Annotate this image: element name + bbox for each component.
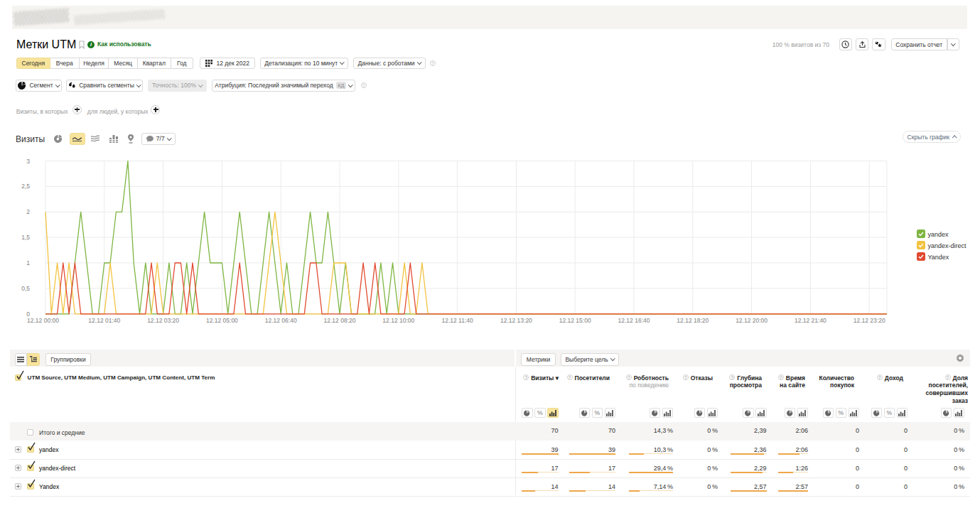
svg-text:12.12 13:20: 12.12 13:20 — [500, 317, 532, 324]
svg-text:0,5: 0,5 — [21, 285, 30, 292]
svg-text:12.12 00:00: 12.12 00:00 — [27, 317, 59, 324]
svg-text:3: 3 — [26, 158, 30, 165]
svg-text:12.12 16:40: 12.12 16:40 — [618, 317, 650, 324]
svg-text:2: 2 — [26, 208, 30, 215]
svg-text:1: 1 — [26, 259, 30, 266]
svg-text:1,5: 1,5 — [21, 234, 30, 241]
svg-text:12.12 03:20: 12.12 03:20 — [147, 317, 179, 324]
svg-text:12.12 20:00: 12.12 20:00 — [736, 317, 768, 324]
svg-text:12.12 18:20: 12.12 18:20 — [677, 317, 709, 324]
svg-text:12.12 05:00: 12.12 05:00 — [206, 317, 238, 324]
svg-text:12.12 01:40: 12.12 01:40 — [88, 317, 120, 324]
svg-text:12.12 23:20: 12.12 23:20 — [854, 317, 885, 324]
svg-text:12.12 15:00: 12.12 15:00 — [559, 317, 591, 324]
svg-text:12.12 21:40: 12.12 21:40 — [795, 317, 826, 324]
svg-text:12.12 11:40: 12.12 11:40 — [441, 317, 473, 324]
svg-text:2,5: 2,5 — [21, 183, 30, 190]
svg-text:12.12 06:40: 12.12 06:40 — [265, 317, 297, 324]
svg-text:12.12 10:00: 12.12 10:00 — [382, 317, 414, 324]
svg-text:12.12 08:20: 12.12 08:20 — [324, 317, 356, 324]
